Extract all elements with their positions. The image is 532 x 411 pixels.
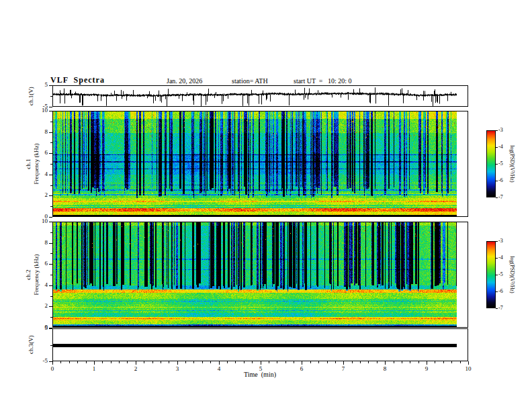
x-minor-tick — [60, 361, 61, 363]
x-tick-label: 1 — [93, 365, 96, 373]
x-major-tick — [302, 361, 302, 365]
y-major-tick — [49, 85, 52, 86]
y-minor-tick — [50, 253, 52, 254]
panel-ch2-spectrogram — [52, 222, 468, 328]
colorbar-tick-label: -5 — [498, 161, 503, 167]
x-minor-tick — [144, 361, 144, 363]
y-major-tick — [49, 306, 52, 307]
ylabel-ch2: ch.2 — [25, 269, 32, 279]
x-minor-tick — [119, 361, 120, 363]
x-major-tick — [52, 361, 53, 365]
ch1-spectrogram-canvas — [53, 111, 468, 216]
x-minor-tick — [77, 361, 78, 363]
y-minor-tick — [50, 275, 52, 275]
x-tick-label: 0 — [51, 365, 54, 373]
x-minor-tick — [244, 361, 245, 363]
colorbar-tick — [496, 275, 498, 275]
colorbar-tick-label: -5 — [498, 271, 503, 278]
colorbar-tick — [496, 197, 498, 198]
x-minor-tick — [377, 361, 378, 363]
y-minor-tick — [50, 142, 52, 143]
x-major-tick — [94, 361, 95, 365]
y-tick-label: 4 — [33, 281, 48, 289]
y-tick-label: 8 — [33, 239, 48, 246]
x-major-tick — [343, 361, 344, 365]
y-tick-label: 8 — [33, 128, 48, 136]
x-minor-tick — [111, 361, 112, 363]
colorbar-tick-label: -6 — [498, 288, 503, 295]
x-minor-tick — [418, 361, 419, 363]
colorbar-tick — [496, 181, 498, 181]
x-minor-tick — [102, 361, 103, 363]
ch2-spectrogram-canvas — [53, 222, 468, 327]
x-tick-label: 2 — [134, 365, 138, 373]
y-minor-tick — [50, 345, 52, 346]
x-minor-tick — [69, 361, 70, 363]
x-tick-label: 5 — [259, 365, 263, 373]
x-minor-tick — [460, 361, 461, 363]
colorbar-tick — [496, 241, 498, 242]
y-major-tick — [49, 111, 52, 111]
y-tick-label: 10 — [33, 107, 48, 114]
ylabel-ch3-voltage: ch.3(V) — [28, 335, 34, 354]
y-tick-label: 2 — [33, 191, 48, 199]
colorbar-tick — [496, 291, 498, 292]
x-minor-tick — [402, 361, 402, 363]
y-tick-label: 2 — [33, 302, 48, 310]
colorbar-tick-label: -4 — [498, 255, 503, 261]
colorbar-2 — [486, 241, 496, 308]
plot-station: station= ATH — [232, 77, 268, 85]
y-tick-label: 5 — [33, 324, 48, 332]
y-minor-tick — [50, 206, 52, 207]
colorbar-tick — [496, 130, 498, 131]
x-tick-label: 8 — [384, 365, 387, 373]
y-minor-tick — [50, 96, 52, 97]
colorbar-tick-label: -7 — [498, 305, 503, 312]
x-minor-tick — [269, 361, 269, 363]
colorbar-2-label: log(PSD)(V²/Hz) — [509, 256, 515, 293]
x-major-tick — [468, 361, 469, 365]
x-minor-tick — [335, 361, 336, 363]
y-tick-label: 5 — [33, 81, 48, 89]
x-tick-label: 3 — [176, 365, 179, 373]
y-major-tick — [49, 217, 52, 218]
y-minor-tick — [50, 317, 52, 318]
colorbar-tick-label: -7 — [498, 194, 503, 201]
x-minor-tick — [227, 361, 228, 363]
x-minor-tick — [394, 361, 394, 363]
x-minor-tick — [435, 361, 435, 363]
y-major-tick — [49, 153, 52, 154]
x-minor-tick — [443, 361, 444, 363]
ch1-waveform-canvas — [53, 86, 468, 106]
x-minor-tick — [285, 361, 286, 363]
plot-date: Jan. 20, 2026 — [167, 77, 202, 85]
colorbar-tick — [496, 147, 498, 148]
y-major-tick — [49, 243, 52, 244]
x-minor-tick — [294, 361, 294, 363]
y-minor-tick — [50, 185, 52, 186]
x-tick-label: 7 — [342, 365, 345, 373]
y-major-tick — [49, 107, 52, 107]
plot-title: VLF Spectra — [50, 75, 105, 85]
colorbar-1 — [486, 130, 496, 197]
panel-ch1-spectrogram — [52, 111, 468, 217]
y-tick-label: -5 — [33, 357, 48, 365]
y-minor-tick — [50, 296, 52, 297]
x-minor-tick — [410, 361, 410, 363]
x-minor-tick — [310, 361, 311, 363]
x-major-tick — [385, 361, 386, 365]
colorbar-2-canvas — [487, 242, 495, 308]
colorbar-tick-label: -3 — [498, 127, 503, 134]
x-minor-tick — [368, 361, 369, 363]
y-major-tick — [49, 195, 52, 196]
x-minor-tick — [235, 361, 236, 363]
x-minor-tick — [127, 361, 128, 363]
y-major-tick — [49, 222, 52, 222]
y-major-tick — [49, 132, 52, 133]
y-major-tick — [49, 264, 52, 265]
panel-ch1-voltage — [52, 85, 468, 107]
y-major-tick — [49, 175, 52, 175]
x-minor-tick — [193, 361, 194, 363]
colorbar-tick-label: -6 — [498, 177, 503, 184]
x-tick-label: 4 — [218, 365, 221, 373]
